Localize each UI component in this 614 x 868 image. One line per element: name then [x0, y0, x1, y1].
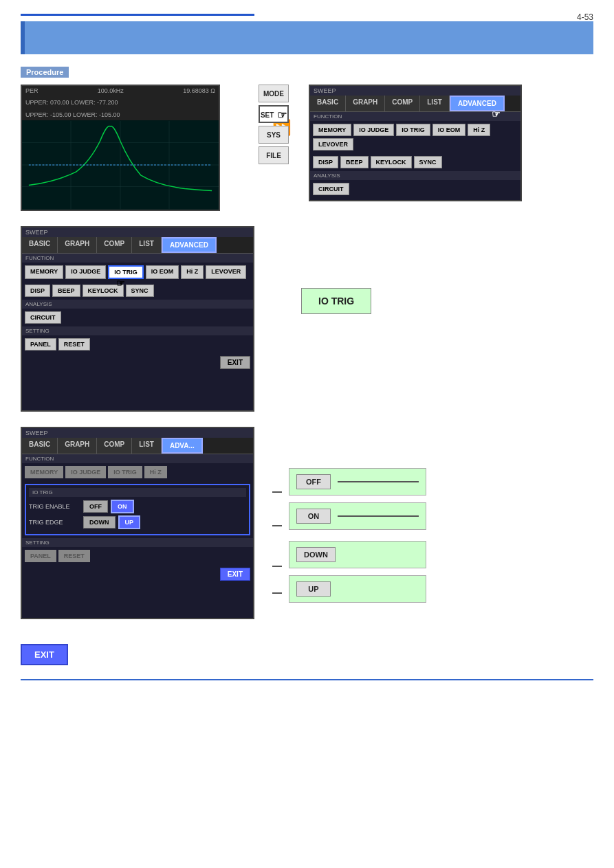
- instrument-screen: PER 100.0kHz 19.68083 Ω UPPER: 070.00 LO…: [21, 85, 220, 211]
- tab-basic-2[interactable]: BASIC: [22, 237, 58, 253]
- bottom-exit-button[interactable]: EXIT: [21, 644, 68, 665]
- analysis-label-1: ANALYSIS: [310, 171, 520, 180]
- btn-io-judge-1[interactable]: IO JUDGE: [353, 124, 394, 136]
- trig-enable-on[interactable]: ON: [111, 500, 134, 513]
- btn-disp-2[interactable]: DISP: [25, 285, 50, 297]
- function-label-2: FUNCTION: [22, 254, 253, 263]
- btn-levover-1[interactable]: LEVOVER: [313, 138, 353, 151]
- tab-comp-3[interactable]: COMP: [97, 438, 132, 454]
- btn-beep-1[interactable]: BEEP: [340, 156, 369, 168]
- row2-btns-1: DISP BEEP KEYLOCK SYNC: [310, 153, 520, 171]
- btn-panel-3: PANEL: [25, 550, 56, 562]
- options-panel: OFF ON DOWN UP: [289, 468, 426, 603]
- mode-button[interactable]: MODE: [259, 85, 289, 102]
- sweep-tabs-2: BASIC GRAPH COMP LIST ADVANCED: [22, 237, 253, 254]
- function-btns-3: MEMORY IO JUDGE IO TRIG Hi Z: [22, 463, 253, 481]
- btn-memory-3: MEMORY: [25, 466, 63, 478]
- section-tag: Procedure: [21, 67, 69, 78]
- sweep-title-2: SWEEP: [22, 227, 253, 237]
- sweep-panel-3: SWEEP BASIC GRAPH COMP LIST ADVA... FUNC…: [21, 427, 254, 619]
- file-button[interactable]: FILE: [259, 146, 289, 164]
- setting-label-3: SETTING: [22, 538, 253, 547]
- tab-basic-1[interactable]: BASIC: [310, 96, 346, 111]
- btn-sync-1[interactable]: SYNC: [414, 156, 442, 168]
- bottom-decorative-line: [21, 679, 593, 680]
- tab-list-2[interactable]: LIST: [132, 237, 162, 253]
- option-up-btn[interactable]: UP: [296, 581, 331, 597]
- exit-button-2[interactable]: EXIT: [220, 356, 250, 369]
- btn-memory-1[interactable]: MEMORY: [313, 124, 351, 136]
- screen-title: PER: [25, 87, 39, 94]
- set-button[interactable]: SET ☞: [259, 105, 289, 123]
- option-on-btn[interactable]: ON: [296, 509, 331, 524]
- btn-sync-2[interactable]: SYNC: [126, 285, 154, 297]
- option-on-row: ON: [289, 502, 426, 530]
- btn-hi-z-3: Hi Z: [144, 466, 167, 478]
- option-off-btn[interactable]: OFF: [296, 474, 331, 489]
- io-trig-label: IO TRIG: [301, 288, 371, 314]
- setting-btns-3: PANEL RESET: [22, 547, 253, 565]
- function-label-1: FUNCTION: [310, 112, 520, 121]
- sweep-title-3: SWEEP: [22, 428, 253, 438]
- btn-circuit-1[interactable]: CIRCUIT: [313, 183, 349, 195]
- sweep-panel-1: SWEEP BASIC GRAPH COMP LIST ADVANCED ☞ F…: [309, 85, 522, 201]
- trig-edge-row: TRIG EDGE DOWN UP: [29, 515, 246, 529]
- btn-levover-2[interactable]: LEVOVER: [206, 265, 246, 279]
- sys-button[interactable]: SYS: [259, 126, 289, 144]
- tab-graph-1[interactable]: GRAPH: [346, 96, 385, 111]
- trig-edge-up[interactable]: UP: [118, 515, 141, 529]
- analysis-btns-2: CIRCUIT: [22, 309, 253, 326]
- btn-circuit-2[interactable]: CIRCUIT: [25, 311, 61, 324]
- setting-label-2: SETTING: [22, 326, 253, 335]
- tab-list-1[interactable]: LIST: [420, 96, 450, 111]
- option-off-row: OFF: [289, 468, 426, 496]
- tab-comp-2[interactable]: COMP: [97, 237, 132, 253]
- tab-advanced-1[interactable]: ADVANCED ☞: [450, 96, 505, 111]
- tab-graph-3[interactable]: GRAPH: [58, 438, 97, 454]
- btn-hi-z-1[interactable]: Hi Z: [468, 124, 490, 136]
- btn-panel-2[interactable]: PANEL: [25, 338, 56, 350]
- option-off-line: [338, 481, 419, 482]
- screen-freq: 100.0kHz: [98, 87, 124, 94]
- screen-header: PER 100.0kHz 19.68083 Ω: [22, 86, 219, 96]
- option-down-row: DOWN: [289, 541, 426, 568]
- side-buttons: MODE SET ☞ SYS FILE: [259, 85, 289, 164]
- graph-body: [22, 120, 219, 210]
- page-number: 4-53: [577, 12, 593, 22]
- trig-edge-label: TRIG EDGE: [29, 519, 80, 526]
- btn-io-judge-2[interactable]: IO JUDGE: [65, 265, 106, 279]
- btn-io-eom-2[interactable]: IO EOM: [146, 265, 179, 279]
- btn-io-judge-3: IO JUDGE: [65, 466, 106, 478]
- exit-button-3[interactable]: EXIT: [220, 568, 250, 581]
- trig-enable-label: TRIG ENABLE: [29, 503, 80, 510]
- btn-io-trig-1[interactable]: IO TRIG: [396, 124, 430, 136]
- option-up-row: UP: [289, 575, 426, 603]
- btn-io-trig-2[interactable]: IO TRIG ☞: [108, 265, 144, 279]
- tab-basic-3[interactable]: BASIC: [22, 438, 58, 454]
- btn-io-eom-1[interactable]: IO EOM: [432, 124, 466, 136]
- top-decorative-line: [21, 14, 254, 16]
- tab-comp-1[interactable]: COMP: [385, 96, 420, 111]
- btn-hi-z-2[interactable]: Hi Z: [181, 265, 204, 279]
- tab-graph-2[interactable]: GRAPH: [58, 237, 97, 253]
- btn-memory-2[interactable]: MEMORY: [25, 265, 63, 279]
- tab-adva-3[interactable]: ADVA...: [162, 438, 203, 454]
- hand-icon-iotrig: ☞: [116, 278, 125, 289]
- iotrig-subpanel: IO TRIG TRIG ENABLE OFF ON TRIG EDGE DOW…: [25, 484, 250, 535]
- function-btns-1: MEMORY IO JUDGE IO TRIG IO EOM Hi Z LEVO…: [310, 121, 520, 153]
- function-btns-2: MEMORY IO JUDGE IO TRIG ☞ IO EOM Hi Z LE…: [22, 263, 253, 282]
- tab-list-3[interactable]: LIST: [132, 438, 162, 454]
- iotrig-section-label: IO TRIG: [29, 488, 246, 497]
- tab-advanced-2[interactable]: ADVANCED: [162, 237, 217, 253]
- trig-enable-off[interactable]: OFF: [83, 500, 108, 513]
- btn-reset-3: RESET: [58, 550, 90, 562]
- btn-beep-2[interactable]: BEEP: [52, 285, 80, 297]
- btn-keylock-1[interactable]: KEYLOCK: [371, 156, 412, 168]
- setting-btns-2: PANEL RESET: [22, 335, 253, 353]
- btn-reset-2[interactable]: RESET: [58, 338, 90, 350]
- btn-disp-1[interactable]: DISP: [313, 156, 338, 168]
- row2-btns-2: DISP BEEP KEYLOCK SYNC: [22, 282, 253, 300]
- trig-edge-down[interactable]: DOWN: [83, 516, 116, 528]
- option-down-btn[interactable]: DOWN: [296, 547, 336, 562]
- function-label-3: FUNCTION: [22, 454, 253, 463]
